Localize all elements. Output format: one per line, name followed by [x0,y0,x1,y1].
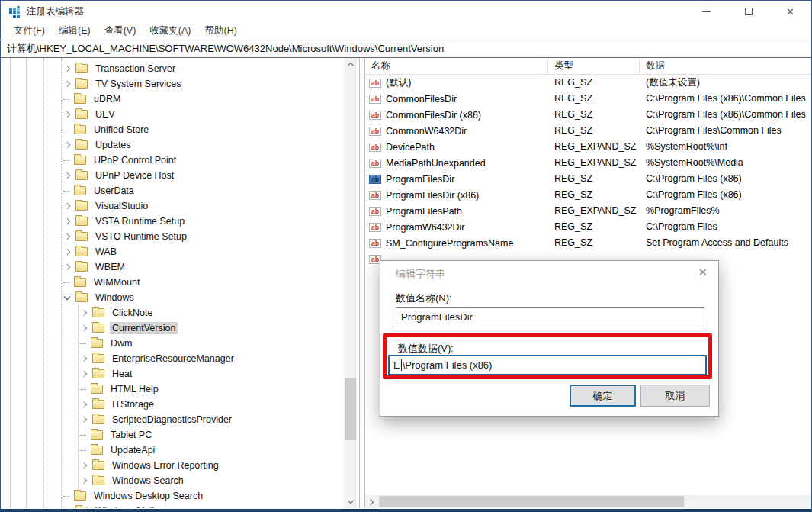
menu-item-H[interactable]: 帮助(H) [197,22,243,40]
close-button[interactable]: ✕ [769,1,811,22]
tree-item-dwm[interactable]: Dwm [1,336,344,351]
value-type-cell: REG_EXPAND_SZ [548,203,640,219]
chevron-down-icon[interactable] [64,293,70,299]
chevron-right-icon[interactable] [64,249,70,255]
chevron-right-icon[interactable] [64,264,70,270]
folder-icon [92,308,104,317]
value-row-devicepath[interactable]: abDevicePathREG_EXPAND_SZ%SystemRoot%\in… [365,139,812,155]
chevron-right-icon[interactable] [81,401,87,407]
value-row--[interactable]: ab(默认)REG_SZ(数值未设置) [365,75,812,91]
chevron-right-icon[interactable] [64,81,70,87]
value-name-field[interactable]: ProgramFilesDir [396,307,704,327]
menu-item-V[interactable]: 查看(V) [98,22,143,40]
ok-button[interactable]: 确定 [570,385,636,407]
minimize-button[interactable] [685,1,727,22]
chevron-right-icon[interactable] [81,325,87,331]
pane-splitter[interactable] [359,58,365,508]
tree-item-vsto-runtime-setup[interactable]: VSTO Runtime Setup [1,229,344,244]
value-row-programfilespath[interactable]: abProgramFilesPathREG_EXPAND_SZ%ProgramF… [365,203,812,219]
tree-item-visualstudio[interactable]: VisualStudio [1,198,344,214]
tree-item-windows[interactable]: Windows [1,290,344,305]
chevron-right-icon[interactable] [81,417,87,423]
tree-item-label: ClickNote [110,307,156,319]
tree-item-label: VSTA Runtime Setup [93,215,187,227]
value-data-text-after: \Program Files (x86) [403,359,493,371]
menu-item-F[interactable]: 文件(F) [7,22,52,40]
list-horizontal-scrollbar[interactable] [365,495,812,508]
tree-item-html-help[interactable]: HTML Help [1,382,344,397]
folder-icon [92,400,104,409]
chevron-right-icon[interactable] [81,462,87,469]
address-bar[interactable]: 计算机\HKEY_LOCAL_MACHINE\SOFTWARE\WOW6432N… [1,40,811,58]
tree-item-tv-system-services[interactable]: TV System Services [1,76,344,92]
tree-item-vsta-runtime-setup[interactable]: VSTA Runtime Setup [1,214,344,229]
value-row-commonfilesdir[interactable]: abCommonFilesDirREG_SZC:\Program Files (… [365,91,812,107]
tree-item-tablet-pc[interactable]: Tablet PC [1,427,344,443]
value-row-commonfilesdir-x86-[interactable]: abCommonFilesDir (x86)REG_SZC:\Program F… [365,107,812,123]
chevron-right-icon[interactable] [64,142,70,148]
tree-item-transaction-server[interactable]: Transaction Server [1,61,344,76]
chevron-right-icon[interactable] [81,356,87,362]
tree-item-windows-search[interactable]: Windows Search [1,473,344,488]
tree-scrollbar-thumb[interactable] [345,378,356,440]
value-type-cell: REG_SZ [548,235,640,251]
tree-item-wimmount[interactable]: WIMMount [1,275,344,290]
tree-item-heat[interactable]: Heat [1,366,344,382]
value-name-text: CommonW6432Dir [386,126,467,137]
tree-item-label: Unified Store [91,124,151,136]
chevron-right-icon[interactable] [64,203,70,209]
value-data-field[interactable]: E\Program Files (x86) [388,355,707,375]
tree-item-upnp-control-point[interactable]: UPnP Control Point [1,153,344,168]
tree-item-windows-desktop-search[interactable]: Windows Desktop Search [1,488,344,504]
menu-item-A[interactable]: 收藏夹(A) [143,22,197,40]
value-row-programw6432dir[interactable]: abProgramW6432DirREG_SZC:\Program Files [365,219,812,235]
scroll-up-button[interactable] [344,58,357,71]
tree-vertical-scrollbar[interactable] [344,58,357,508]
scroll-down-button[interactable] [344,495,357,508]
list-scrollbar-thumb[interactable] [379,496,684,507]
tree-item-currentversion[interactable]: CurrentVersion [1,320,344,336]
tree-item-windows-error-reporting[interactable]: Windows Error Reporting [1,458,344,473]
chevron-right-icon[interactable] [64,66,70,72]
value-type-cell: REG_EXPAND_SZ [548,155,640,171]
tree-item-clicknote[interactable]: ClickNote [1,305,344,320]
cancel-button[interactable]: 取消 [640,385,710,407]
tree-item-uev[interactable]: UEV [1,107,344,122]
column-header-2[interactable]: 类型 [548,58,640,74]
tree-item-windows-mail[interactable]: Windows Mail [1,504,344,508]
tree-item-updates[interactable]: Updates [1,137,344,153]
chevron-right-icon[interactable] [81,478,87,484]
tree-item-userdata[interactable]: UserData [1,183,344,198]
value-row-programfilesdir-x86-[interactable]: abProgramFilesDir (x86)REG_SZC:\Program … [365,187,812,203]
value-name-cell: abCommonFilesDir (x86) [365,110,548,121]
tree-item-enterpriseresourcemanager[interactable]: EnterpriseResourceManager [1,351,344,366]
tree-item-wab[interactable]: WAB [1,244,344,259]
value-row-commonw6432dir[interactable]: abCommonW6432DirREG_SZC:\Program Files\C… [365,123,812,139]
scroll-right-button[interactable] [365,495,378,508]
tree-item-label: Transaction Server [93,63,178,75]
value-row-sm_configureprogramsname[interactable]: abSM_ConfigureProgramsNameREG_SZSet Prog… [365,235,812,251]
tree-item-wbem[interactable]: WBEM [1,259,344,275]
tree-item-upnp-device-host[interactable]: UPnP Device Host [1,168,344,183]
chevron-right-icon[interactable] [81,310,87,316]
chevron-right-icon[interactable] [64,111,70,118]
string-value-icon: ab [369,95,381,104]
value-row-mediapathunexpanded[interactable]: abMediaPathUnexpandedREG_EXPAND_SZ%Syste… [365,155,812,171]
column-header-1[interactable]: 名称 [365,58,548,74]
tree-item-updateapi[interactable]: UpdateApi [1,443,344,458]
chevron-right-icon[interactable] [64,233,70,240]
chevron-right-icon[interactable] [64,218,70,224]
tree-item-itstorage[interactable]: ITStorage [1,397,344,412]
value-name-cell: abProgramFilesDir [365,174,548,185]
chevron-right-icon[interactable] [81,371,87,377]
chevron-right-icon[interactable] [64,172,70,179]
folder-icon [75,110,88,119]
tree-item-scripteddiagnosticsprovider[interactable]: ScriptedDiagnosticsProvider [1,412,344,427]
tree-item-unified-store[interactable]: Unified Store [1,122,344,137]
value-row-programfilesdir[interactable]: abProgramFilesDirREG_SZC:\Program Files … [365,171,812,187]
column-header-3[interactable]: 数据 [640,58,812,74]
maximize-button[interactable] [727,1,769,22]
menu-item-E[interactable]: 编辑(E) [52,22,98,40]
dialog-close-icon[interactable]: ✕ [698,266,708,279]
tree-item-udrm[interactable]: uDRM [1,92,344,107]
